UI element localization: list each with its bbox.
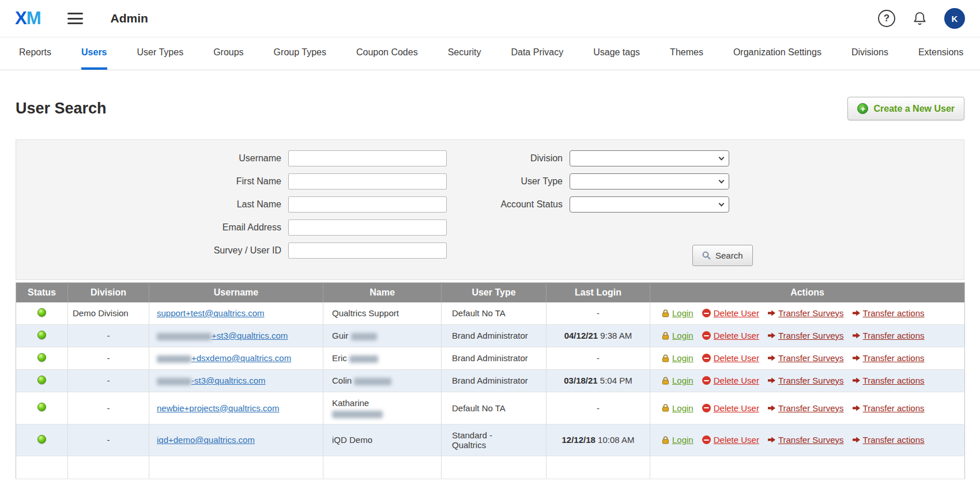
- email-address-input[interactable]: [288, 219, 447, 236]
- delete-user-link[interactable]: Delete User: [714, 331, 759, 340]
- survey-user-id-label: Survey / User ID: [16, 245, 288, 256]
- user-type-cell: Brand Administrator: [442, 347, 546, 369]
- transfer-arrow-icon: [768, 332, 775, 339]
- tab-user-types[interactable]: User Types: [137, 37, 184, 70]
- username-link[interactable]: +st3@qualtrics.com: [157, 331, 288, 340]
- transfer-actions-link[interactable]: Transfer actions: [863, 353, 925, 363]
- login-link[interactable]: Login: [672, 308, 693, 318]
- xm-logo[interactable]: XM: [15, 8, 41, 29]
- transfer-arrow-icon: [768, 405, 775, 411]
- transfer-actions-link[interactable]: Transfer actions: [863, 403, 925, 413]
- tab-extensions[interactable]: Extensions: [918, 37, 963, 70]
- user-type-cell: Default No TA: [442, 302, 546, 325]
- plus-icon: +: [857, 103, 868, 114]
- name-cell: Guir: [323, 324, 442, 347]
- transfer-actions-link[interactable]: Transfer actions: [863, 308, 925, 318]
- user-type-cell: Default No TA: [442, 392, 546, 424]
- user-type-label: User Type: [483, 176, 570, 187]
- delete-user-link[interactable]: Delete User: [714, 376, 759, 385]
- search-button[interactable]: Search: [692, 245, 753, 266]
- tab-organization-settings[interactable]: Organization Settings: [733, 37, 821, 70]
- tab-themes[interactable]: Themes: [670, 37, 703, 70]
- tab-usage-tags[interactable]: Usage tags: [593, 37, 640, 70]
- login-link[interactable]: Login: [672, 435, 693, 445]
- transfer-surveys-link[interactable]: Transfer Surveys: [778, 353, 844, 363]
- transfer-arrow-icon: [768, 355, 775, 361]
- survey-user-id-input[interactable]: [288, 242, 447, 259]
- col-status: Status: [16, 283, 68, 302]
- last-name-label: Last Name: [16, 199, 288, 210]
- transfer-surveys-link[interactable]: Transfer Surveys: [778, 376, 844, 385]
- name-cell: Eric: [323, 347, 442, 369]
- col-name: Name: [323, 283, 442, 302]
- last-login-cell: -: [546, 302, 650, 325]
- lock-icon: [662, 354, 669, 362]
- login-link[interactable]: Login: [672, 403, 693, 413]
- admin-nav-tabs: Reports Users User Types Groups Group Ty…: [0, 37, 980, 70]
- notifications-bell-icon[interactable]: [913, 11, 927, 26]
- username-link[interactable]: +dsxdemo@qualtrics.com: [157, 353, 291, 363]
- delete-user-link[interactable]: Delete User: [714, 353, 759, 363]
- status-active-icon: [37, 353, 46, 362]
- logo-letter-m: M: [27, 8, 41, 28]
- transfer-surveys-link[interactable]: Transfer Surveys: [778, 331, 844, 340]
- transfer-surveys-link[interactable]: Transfer Surveys: [778, 308, 844, 318]
- delete-icon: [702, 354, 711, 362]
- transfer-arrow-icon: [853, 310, 860, 316]
- tab-data-privacy[interactable]: Data Privacy: [511, 37, 563, 70]
- help-icon[interactable]: ?: [878, 10, 895, 27]
- username-link[interactable]: -st3@qualtrics.com: [157, 376, 266, 385]
- first-name-input[interactable]: [288, 173, 447, 190]
- username-label: Username: [16, 153, 288, 164]
- user-avatar[interactable]: K: [944, 8, 965, 29]
- delete-user-link[interactable]: Delete User: [714, 403, 759, 413]
- status-active-icon: [37, 435, 46, 444]
- login-link[interactable]: Login: [672, 331, 693, 340]
- tab-groups[interactable]: Groups: [213, 37, 243, 70]
- name-cell: Katharine: [323, 392, 442, 424]
- col-actions: Actions: [650, 283, 965, 302]
- division-cell: -: [68, 392, 149, 424]
- tab-divisions[interactable]: Divisions: [851, 37, 888, 70]
- login-link[interactable]: Login: [672, 376, 693, 385]
- division-cell: -: [68, 347, 149, 369]
- username-link[interactable]: newbie+projects@qualtrics.com: [157, 403, 279, 413]
- last-name-input[interactable]: [288, 196, 447, 213]
- status-active-icon: [37, 403, 46, 411]
- table-row: - -st3@qualtrics.com Colin Brand Adminis…: [16, 369, 965, 392]
- user-type-cell: Standard - Qualtrics: [442, 424, 546, 456]
- top-header: XM Admin ? K: [0, 0, 980, 37]
- transfer-surveys-link[interactable]: Transfer Surveys: [778, 403, 844, 413]
- tab-group-types[interactable]: Group Types: [274, 37, 326, 70]
- transfer-actions-link[interactable]: Transfer actions: [863, 331, 925, 340]
- division-select[interactable]: [570, 150, 729, 166]
- tab-coupon-codes[interactable]: Coupon Codes: [356, 37, 418, 70]
- status-active-icon: [37, 308, 46, 317]
- delete-user-link[interactable]: Delete User: [714, 308, 759, 318]
- username-link[interactable]: iqd+demo@qualtrics.com: [157, 435, 255, 445]
- login-link[interactable]: Login: [672, 353, 693, 363]
- name-cell: Qualtrics Support: [323, 302, 442, 325]
- division-label: Division: [483, 153, 570, 164]
- table-row: - iqd+demo@qualtrics.com iQD Demo Standa…: [16, 424, 965, 456]
- lock-icon: [662, 309, 669, 317]
- transfer-actions-link[interactable]: Transfer actions: [863, 435, 925, 445]
- account-status-select[interactable]: [570, 196, 729, 213]
- transfer-surveys-link[interactable]: Transfer Surveys: [778, 435, 844, 445]
- username-link[interactable]: support+test@qualtrics.com: [157, 308, 265, 318]
- username-input[interactable]: [288, 150, 447, 166]
- tab-users[interactable]: Users: [81, 37, 107, 70]
- create-new-user-button[interactable]: + Create a New User: [847, 97, 964, 120]
- tab-reports[interactable]: Reports: [19, 37, 51, 70]
- transfer-arrow-icon: [768, 437, 775, 443]
- division-cell: Demo Division: [68, 302, 149, 325]
- status-active-icon: [37, 331, 46, 339]
- transfer-actions-link[interactable]: Transfer actions: [863, 376, 925, 385]
- last-login-cell: 03/18/21 5:04 PM: [546, 369, 650, 392]
- table-row: [16, 456, 965, 479]
- tab-security[interactable]: Security: [448, 37, 481, 70]
- logo-letter-x: X: [15, 8, 27, 28]
- user-type-select[interactable]: [570, 173, 729, 190]
- hamburger-menu-icon[interactable]: [67, 13, 83, 24]
- delete-user-link[interactable]: Delete User: [714, 435, 759, 445]
